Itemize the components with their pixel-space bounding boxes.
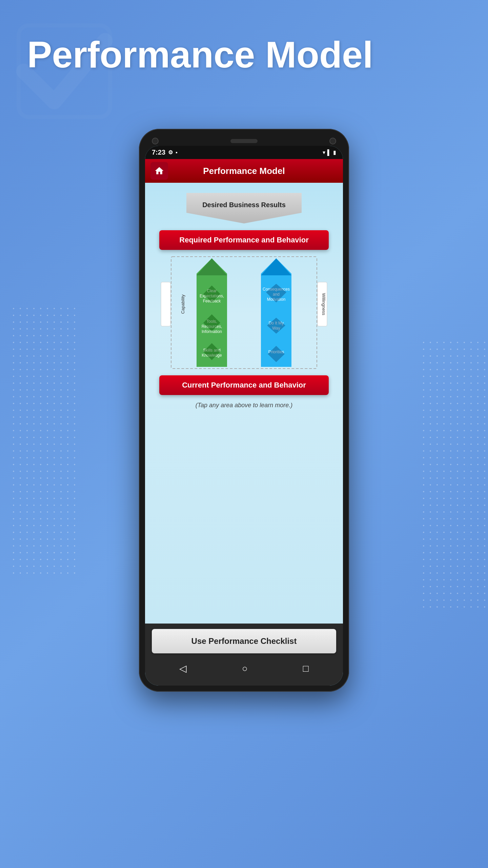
nav-home-icon: ○ xyxy=(242,663,248,674)
diagram-area[interactable]: Capability Willingness Clear Expectation… xyxy=(152,257,336,369)
phone-bottom-bar: Use Performance Checklist ◁ ○ □ xyxy=(145,624,343,686)
status-time: 7:23 xyxy=(152,149,165,156)
capability-label: Capability xyxy=(180,294,185,314)
current-banner-text: Current Performance and Behavior xyxy=(182,381,306,389)
nav-back-button[interactable]: ◁ xyxy=(172,660,194,677)
wifi-icon: ▾ xyxy=(323,149,325,156)
svg-rect-2 xyxy=(161,282,170,326)
desired-results-section[interactable]: Desired Business Results xyxy=(186,193,302,223)
page-title: Performance Model xyxy=(27,34,373,75)
sim-icon: ▪ xyxy=(176,150,178,156)
svg-rect-1 xyxy=(171,257,317,369)
current-performance-banner[interactable]: Current Performance and Behavior xyxy=(159,375,329,395)
nav-recent-button[interactable]: □ xyxy=(296,660,316,677)
battery-icon: ▮ xyxy=(333,149,336,156)
dots-pattern-right xyxy=(420,339,488,610)
home-icon xyxy=(154,166,164,176)
nav-recent-icon: □ xyxy=(303,663,309,674)
phone-camera-right xyxy=(329,138,336,144)
phone-screen: 7:23 ⚙ ▪ ▾ ▌ ▮ Performance Model xyxy=(145,146,343,686)
nav-home-button[interactable]: ○ xyxy=(235,660,255,677)
phone-camera xyxy=(152,138,159,144)
status-right: ▾ ▌ ▮ xyxy=(323,149,336,156)
phone-top-elements xyxy=(145,135,343,146)
status-left: 7:23 ⚙ ▪ xyxy=(152,149,178,156)
svg-marker-10 xyxy=(261,258,291,275)
app-header: Performance Model xyxy=(145,159,343,183)
app-header-title: Performance Model xyxy=(168,166,320,176)
willingness-label: Willingness xyxy=(321,293,326,315)
svg-marker-4 xyxy=(197,258,227,275)
nav-back-icon: ◁ xyxy=(179,663,187,674)
tap-hint-text: (Tap any area above to learn more.) xyxy=(196,402,293,409)
required-banner-text: Required Performance and Behavior xyxy=(179,236,308,244)
desired-results-arrow[interactable]: Desired Business Results xyxy=(186,193,302,223)
desired-results-label: Desired Business Results xyxy=(202,200,286,209)
phone-shell: 7:23 ⚙ ▪ ▾ ▌ ▮ Performance Model xyxy=(139,129,349,692)
status-bar: 7:23 ⚙ ▪ ▾ ▌ ▮ xyxy=(145,146,343,159)
phone-mockup: 7:23 ⚙ ▪ ▾ ▌ ▮ Performance Model xyxy=(139,129,349,692)
home-button[interactable] xyxy=(150,162,168,180)
checklist-button-label: Use Performance Checklist xyxy=(191,636,297,646)
performance-diagram-svg[interactable]: Capability Willingness Clear Expectation… xyxy=(159,255,329,370)
dots-pattern-left xyxy=(10,305,78,576)
nav-bar: ◁ ○ □ xyxy=(152,657,336,680)
signal-icon: ▌ xyxy=(327,150,331,156)
use-performance-checklist-button[interactable]: Use Performance Checklist xyxy=(152,629,336,653)
app-content: Desired Business Results Required Perfor… xyxy=(145,183,343,624)
required-performance-banner[interactable]: Required Performance and Behavior xyxy=(159,230,329,250)
settings-icon: ⚙ xyxy=(168,149,173,156)
phone-speaker xyxy=(230,139,258,143)
